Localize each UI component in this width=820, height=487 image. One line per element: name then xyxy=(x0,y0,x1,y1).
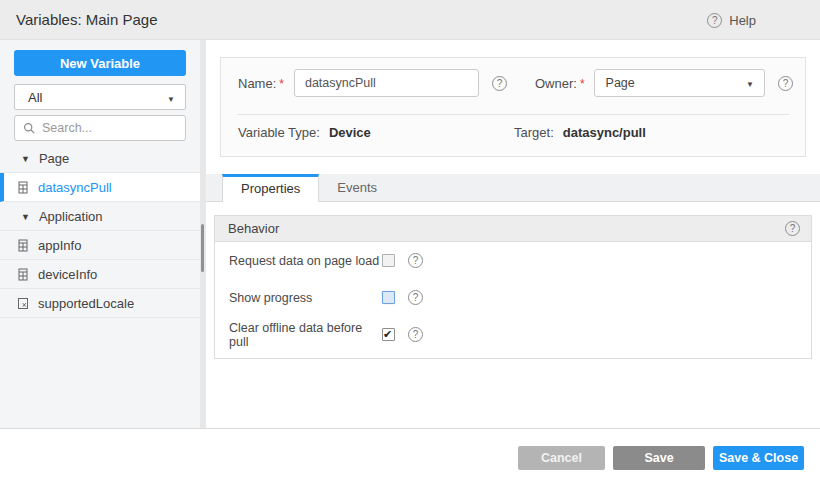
help-button[interactable]: Help xyxy=(707,0,756,40)
triangle-down-icon xyxy=(21,158,30,159)
help-label: Help xyxy=(729,13,756,28)
device-variable-icon xyxy=(17,181,29,194)
device-variable-icon xyxy=(17,239,29,252)
behavior-panel: Behavior Request data on page loadShow p… xyxy=(214,215,812,359)
name-help-icon[interactable] xyxy=(492,76,507,91)
clear-offline-data-before-pull-checkbox[interactable] xyxy=(382,328,395,341)
property-label: Show progress xyxy=(229,291,382,305)
name-field[interactable] xyxy=(294,69,479,97)
help-circle-icon xyxy=(707,13,722,28)
behavior-help-icon[interactable] xyxy=(785,221,800,236)
variable-type-label: Variable Type: xyxy=(238,125,320,140)
property-row-show-progress: Show progress xyxy=(229,279,811,316)
save-button[interactable]: Save xyxy=(613,446,705,470)
target-row: Target:datasync/pull xyxy=(514,125,646,140)
owner-select[interactable]: Page xyxy=(594,69,765,97)
chevron-down-icon xyxy=(167,90,175,105)
new-variable-button[interactable]: New Variable xyxy=(14,50,186,76)
help-icon[interactable] xyxy=(408,253,423,268)
owner-selected-value: Page xyxy=(606,76,635,90)
owner-label: Owner:* xyxy=(535,76,585,91)
required-asterisk: * xyxy=(580,77,585,91)
property-row-clear-offline-data-before-pull: Clear offline data before pull xyxy=(229,316,811,353)
search-input[interactable] xyxy=(42,121,177,135)
tab-events[interactable]: Events xyxy=(319,174,395,202)
request-data-on-page-load-checkbox[interactable] xyxy=(382,254,395,267)
tree-node-label: datasyncPull xyxy=(38,180,112,195)
triangle-down-icon xyxy=(21,216,30,217)
save-and-close-button[interactable]: Save & Close xyxy=(713,446,804,470)
tree-item-appinfo[interactable]: appInfo xyxy=(0,231,200,260)
property-row-request-data-on-page-load: Request data on page load xyxy=(229,242,811,279)
card-divider xyxy=(237,114,789,115)
variable-type-row: Variable Type:Device xyxy=(238,125,371,140)
model-variable-icon xyxy=(17,297,29,310)
owner-help-icon[interactable] xyxy=(778,76,793,91)
required-asterisk: * xyxy=(279,77,284,91)
variable-search[interactable] xyxy=(14,115,186,141)
variable-filter-select[interactable]: All xyxy=(14,84,186,110)
tree-item-deviceinfo[interactable]: deviceInfo xyxy=(0,260,200,289)
tree-node-label: appInfo xyxy=(38,238,81,253)
tree-node-label: Application xyxy=(39,209,103,224)
cancel-button[interactable]: Cancel xyxy=(518,446,605,470)
name-label: Name:* xyxy=(238,76,284,91)
variable-tree: PagedatasyncPullApplicationappInfodevice… xyxy=(0,144,200,318)
variable-summary-card: Name:* Owner:* Page Variable Type:Device… xyxy=(220,57,806,157)
help-icon[interactable] xyxy=(408,290,423,305)
dialog-header: Variables: Main Page Help xyxy=(0,0,820,40)
device-variable-icon xyxy=(17,268,29,281)
behavior-title: Behavior xyxy=(228,221,279,236)
target-label: Target: xyxy=(514,125,554,140)
variable-detail-panel: Name:* Owner:* Page Variable Type:Device… xyxy=(206,40,820,428)
help-icon[interactable] xyxy=(408,327,423,342)
search-icon xyxy=(23,122,36,135)
tree-group-application[interactable]: Application xyxy=(0,202,200,231)
tree-group-page[interactable]: Page xyxy=(0,144,200,173)
tree-node-label: supportedLocale xyxy=(38,296,134,311)
property-label: Clear offline data before pull xyxy=(229,321,382,349)
tree-item-supportedlocale[interactable]: supportedLocale xyxy=(0,289,200,318)
tree-item-datasyncpull[interactable]: datasyncPull xyxy=(0,173,200,202)
page-title: Variables: Main Page xyxy=(16,0,157,40)
behavior-panel-body: Request data on page loadShow progressCl… xyxy=(215,242,811,358)
chevron-down-icon xyxy=(746,76,754,90)
target-value: datasync/pull xyxy=(563,125,646,140)
detail-tabbar: Properties Events xyxy=(206,174,820,202)
tab-properties[interactable]: Properties xyxy=(222,174,319,202)
variables-sidebar: New Variable All PagedatasyncPullApplica… xyxy=(0,40,200,428)
variables-dialog: Variables: Main Page Help New Variable A… xyxy=(0,0,820,487)
tree-node-label: Page xyxy=(39,151,69,166)
tree-node-label: deviceInfo xyxy=(38,267,97,282)
sidebar-scrollbar-thumb[interactable] xyxy=(201,224,204,272)
behavior-panel-header: Behavior xyxy=(215,216,811,242)
property-label: Request data on page load xyxy=(229,254,382,268)
variable-type-value: Device xyxy=(329,125,371,140)
dialog-footer: Cancel Save Save & Close xyxy=(0,428,820,487)
filter-selected-value: All xyxy=(28,90,42,105)
show-progress-checkbox[interactable] xyxy=(382,291,395,304)
